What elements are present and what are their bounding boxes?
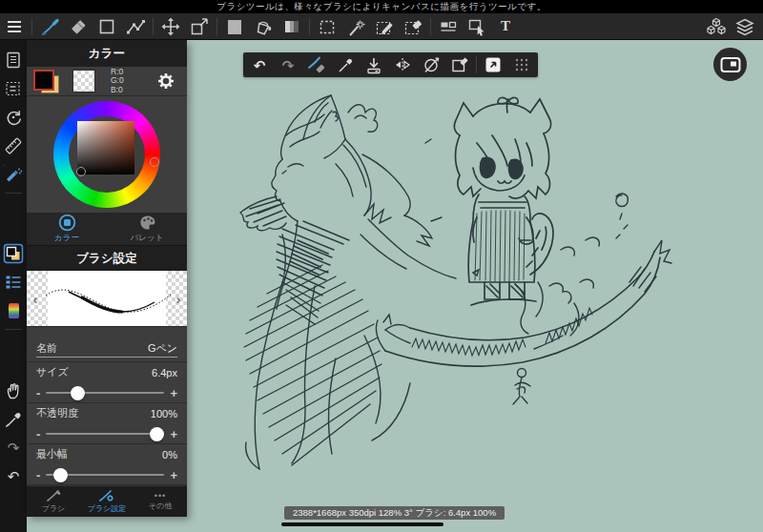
color-panel-toggle[interactable]: [0, 239, 27, 268]
drag-dots-icon: [514, 57, 529, 72]
sketch-drawing[interactable]: [187, 40, 763, 532]
tooltip-bar: ブラシツールは、様々なブラシによりキャンバスに描画を行うツールです。: [0, 0, 763, 13]
brush-name-label: 名前: [36, 341, 57, 356]
size-plus-button[interactable]: +: [170, 387, 177, 399]
shape-tool-button[interactable]: [93, 13, 121, 40]
tab-others[interactable]: ••• その他: [134, 486, 187, 517]
hue-marker[interactable]: [150, 157, 159, 167]
toolbar-separator: [430, 18, 431, 35]
move-tool-button[interactable]: [156, 13, 185, 40]
eyedropper-icon: [4, 409, 23, 428]
clear-button[interactable]: [445, 52, 474, 77]
redo-sidebar-button[interactable]: ↷: [0, 433, 27, 461]
undo-button[interactable]: ↶: [245, 52, 274, 77]
ruler-button[interactable]: [0, 132, 27, 160]
home-indicator[interactable]: [281, 522, 443, 526]
selection-list-button[interactable]: [0, 74, 27, 103]
toolbar-separator: [309, 18, 310, 35]
pages-button[interactable]: [0, 46, 27, 74]
flip-horizontal-button[interactable]: [388, 52, 417, 77]
layer-list-button[interactable]: [0, 268, 27, 297]
layers-panel-button[interactable]: [731, 13, 759, 40]
opacity-minus-button[interactable]: -: [36, 428, 40, 440]
text-tool-button[interactable]: T: [491, 13, 520, 40]
brush-opacity-label: 不透明度: [36, 406, 78, 420]
rotate-view-button[interactable]: [0, 103, 27, 132]
toolbar-drag-handle[interactable]: [507, 52, 536, 77]
minwidth-plus-button[interactable]: +: [170, 469, 177, 481]
sv-marker[interactable]: [76, 167, 86, 176]
bucket-tool-button[interactable]: [249, 13, 278, 40]
brush-tool-button[interactable]: [35, 13, 64, 40]
fill-square-icon: [224, 16, 245, 37]
sidebar-divider: [5, 329, 22, 330]
minwidth-minus-button[interactable]: -: [36, 469, 40, 481]
rgb-b: B:0: [111, 86, 124, 95]
brush-minwidth-value: 0%: [162, 449, 177, 460]
operation-tool-button[interactable]: [463, 13, 491, 40]
color-settings-button[interactable]: [156, 72, 175, 91]
brush-size-row: サイズ 6.4px - +: [27, 362, 187, 403]
status-bar: 2388*1668px 350dpi 128% 3° ブラシ: 6.4px 10…: [284, 506, 505, 520]
size-slider-thumb[interactable]: [71, 386, 85, 400]
brush-opacity-row: 不透明度 100% - +: [27, 403, 187, 444]
opacity-plus-button[interactable]: +: [170, 428, 177, 440]
more-dots-icon: •••: [155, 492, 166, 500]
opacity-slider[interactable]: [46, 427, 164, 440]
polyline-icon: [125, 16, 146, 37]
toolbar-separator: [31, 18, 32, 35]
rgb-readout: R:0 G:0 B:0: [111, 68, 124, 95]
brush-opacity-value: 100%: [151, 408, 177, 419]
select-tool-button[interactable]: [313, 13, 341, 40]
eraser-tool-button[interactable]: [64, 13, 93, 40]
size-minus-button[interactable]: -: [36, 387, 40, 399]
select-eraser-button[interactable]: [399, 13, 427, 40]
eyedropper-button[interactable]: [331, 52, 360, 77]
minwidth-slider-thumb[interactable]: [53, 468, 68, 482]
panel-divide-button[interactable]: [434, 13, 463, 40]
tab-color[interactable]: カラー: [27, 213, 107, 245]
pen-mode-button[interactable]: [479, 52, 507, 77]
transform-tool-button[interactable]: [185, 13, 214, 40]
reset-rotation-button[interactable]: [417, 52, 445, 77]
materials-button[interactable]: [702, 13, 731, 40]
opacity-slider-thumb[interactable]: [150, 427, 164, 441]
brush-prev-button[interactable]: ‹: [27, 271, 44, 326]
layers-icon: [734, 16, 755, 37]
select-pen-button[interactable]: [370, 13, 399, 40]
current-color: [33, 70, 54, 91]
navigator-icon: [719, 55, 742, 74]
text-tool-icon: T: [501, 18, 510, 34]
brush-eraser-toggle[interactable]: [302, 52, 331, 77]
saturation-value-square[interactable]: [77, 121, 134, 174]
gradient-tool-button[interactable]: [278, 13, 306, 40]
brush-next-button[interactable]: ›: [170, 271, 187, 326]
redo-button[interactable]: ↷: [274, 52, 302, 77]
eyedropper-sidebar-button[interactable]: [0, 404, 27, 433]
minwidth-slider[interactable]: [46, 468, 164, 481]
menu-button[interactable]: [0, 13, 29, 40]
save-button[interactable]: [360, 52, 388, 77]
polyline-tool-button[interactable]: [121, 13, 150, 40]
foreground-color-swatch[interactable]: [33, 69, 59, 93]
hand-tool-button[interactable]: [0, 376, 27, 404]
navigator-button[interactable]: [713, 48, 747, 81]
airbrush-button[interactable]: [0, 160, 27, 189]
gear-icon: [156, 72, 175, 91]
brush-name-value[interactable]: Gペン: [148, 341, 177, 356]
swatch-row: R:0 G:0 B:0: [27, 67, 187, 96]
tab-brush[interactable]: ブラシ: [27, 486, 80, 517]
undo-sidebar-button[interactable]: ↶: [0, 461, 27, 490]
rainbow-palette-button[interactable]: [0, 297, 27, 325]
brush-name-underline: [36, 357, 177, 358]
color-panel-title: カラー: [27, 40, 187, 67]
fill-tool-button[interactable]: [220, 13, 249, 40]
magic-wand-button[interactable]: [341, 13, 370, 40]
palette-icon: [138, 214, 156, 232]
size-slider[interactable]: [46, 386, 164, 399]
pen-mode-icon: [484, 55, 503, 74]
tab-palette[interactable]: パレット: [107, 213, 187, 245]
tab-brush-settings[interactable]: ブラシ設定: [80, 486, 134, 517]
transparent-color-swatch[interactable]: [72, 70, 95, 92]
square-outline-icon: [96, 16, 117, 37]
